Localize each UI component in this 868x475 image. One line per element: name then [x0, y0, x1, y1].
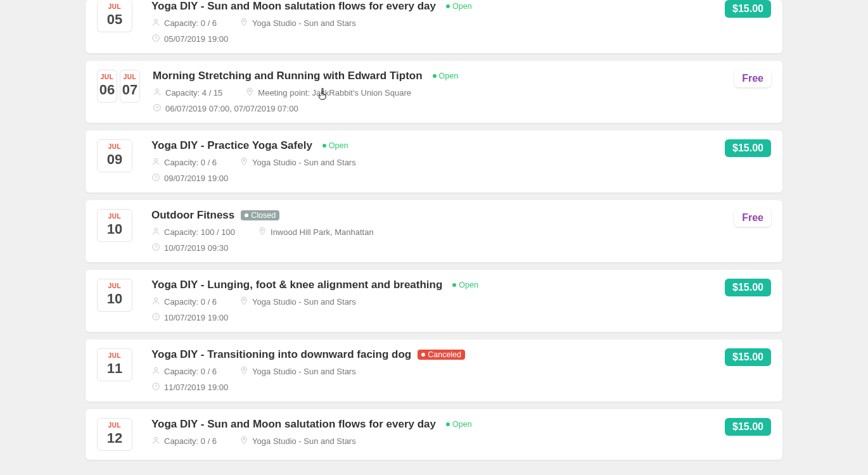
person-icon [151, 157, 160, 168]
date-day: 10 [98, 221, 132, 238]
status-dot-icon [421, 353, 425, 357]
location-text: Yoga Studio - Sun and Stars [252, 18, 356, 28]
event-list: JUL05Yoga DIY - Sun and Moon salutation … [86, 0, 782, 475]
capacity-item: Capacity: 4 / 15 [153, 87, 222, 98]
event-title[interactable]: Morning Stretching and Running with Edwa… [153, 70, 423, 82]
location-item: Meeting point: JackRabbit's Union Square [245, 87, 411, 98]
clock-icon [151, 34, 160, 44]
date-day: 09 [98, 151, 132, 168]
meta-row: Capacity: 0 / 6Yoga Studio - Sun and Sta… [151, 296, 712, 307]
status-badge: Open [319, 141, 352, 151]
status-badge: Open [429, 71, 463, 81]
status-text: Open [452, 2, 472, 11]
pin-icon [245, 87, 254, 98]
date-column: JUL06JUL07 [97, 70, 140, 103]
meta-row: Capacity: 0 / 6Yoga Studio - Sun and Sta… [151, 157, 712, 168]
status-text: Open [459, 281, 478, 289]
price-badge: Free [734, 70, 771, 87]
datetime-item: 10/07/2019 19:00 [151, 312, 228, 323]
status-dot-icon [322, 144, 326, 148]
event-card[interactable]: JUL12Yoga DIY - Sun and Moon salutation … [86, 409, 782, 460]
price-column: $15.00 [725, 139, 771, 157]
capacity-item: Capacity: 0 / 6 [151, 296, 217, 307]
datetime-text: 10/07/2019 09:30 [164, 243, 228, 253]
date-column: JUL10 [97, 279, 139, 312]
meta-row: Capacity: 0 / 6Yoga Studio - Sun and Sta… [151, 18, 712, 28]
event-content: Morning Stretching and Running with Edwa… [153, 70, 722, 114]
status-dot-icon [446, 4, 450, 8]
price-column: $15.00 [725, 418, 771, 436]
location-item: Inwood Hill Park, Manhattan [258, 227, 374, 238]
svg-point-12 [155, 298, 158, 301]
clock-icon [151, 243, 160, 253]
event-title[interactable]: Outdoor Fitness [151, 209, 234, 222]
event-card[interactable]: JUL10Yoga DIY - Lunging, foot & knee ali… [86, 270, 782, 332]
date-column: JUL10 [97, 209, 139, 242]
datetime-item: 09/07/2019 19:00 [151, 173, 228, 184]
clock-icon [151, 382, 160, 393]
capacity-text: Capacity: 4 / 15 [165, 88, 222, 98]
price-column: $15.00 [725, 348, 771, 366]
datetime-item: 11/07/2019 19:00 [151, 382, 228, 393]
location-item: Yoga Studio - Sun and Stars [239, 157, 356, 168]
event-content: Outdoor FitnessClosedCapacity: 100 / 100… [151, 209, 722, 253]
event-title[interactable]: Yoga DIY - Sun and Moon salutation flows… [151, 0, 436, 13]
location-item: Yoga Studio - Sun and Stars [239, 436, 356, 446]
status-badge: Canceled [418, 350, 465, 360]
status-badge: Open [442, 419, 476, 429]
event-content: Yoga DIY - Sun and Moon salutation flows… [151, 0, 712, 44]
capacity-item: Capacity: 100 / 100 [151, 227, 235, 238]
event-card[interactable]: JUL09Yoga DIY - Practice Yoga SafelyOpen… [86, 130, 782, 193]
event-card[interactable]: JUL11Yoga DIY - Transitioning into downw… [86, 339, 782, 402]
date-column: JUL09 [97, 139, 139, 172]
date-month: JUL [98, 282, 132, 289]
datetime-text: 09/07/2019 19:00 [164, 174, 228, 183]
date-month: JUL [98, 422, 132, 429]
status-dot-icon [433, 74, 437, 78]
title-row: Yoga DIY - Practice Yoga SafelyOpen [151, 139, 712, 152]
event-card[interactable]: JUL10Outdoor FitnessClosedCapacity: 100 … [86, 200, 782, 262]
price-badge: $15.00 [725, 139, 771, 157]
person-icon [151, 366, 160, 377]
date-month: JUL [98, 3, 132, 10]
event-title[interactable]: Yoga DIY - Sun and Moon salutation flows… [151, 418, 436, 431]
capacity-text: Capacity: 0 / 6 [164, 158, 217, 167]
date-day: 05 [98, 11, 132, 28]
meta-row: 10/07/2019 09:30 [151, 243, 722, 253]
date-day: 10 [98, 291, 132, 307]
date-day: 11 [98, 360, 132, 377]
datetime-text: 05/07/2019 19:00 [164, 34, 228, 44]
date-column: JUL12 [97, 418, 139, 451]
location-text: Yoga Studio - Sun and Stars [252, 367, 356, 376]
location-item: Yoga Studio - Sun and Stars [239, 18, 356, 28]
event-card[interactable]: JUL06JUL07Morning Stretching and Running… [86, 61, 782, 123]
price-column: Free [734, 209, 771, 227]
price-badge: $15.00 [725, 418, 771, 436]
meta-row: 09/07/2019 19:00 [151, 173, 712, 184]
pin-icon [239, 18, 248, 28]
pin-icon [239, 157, 248, 168]
location-text: Yoga Studio - Sun and Stars [252, 436, 356, 446]
event-title[interactable]: Yoga DIY - Transitioning into downward f… [151, 348, 411, 361]
date-box: JUL11 [97, 348, 132, 381]
event-content: Yoga DIY - Lunging, foot & knee alignmen… [151, 279, 712, 323]
event-card[interactable]: JUL05Yoga DIY - Sun and Moon salutation … [86, 0, 782, 53]
price-column: $15.00 [725, 0, 771, 18]
clock-icon [153, 103, 162, 114]
date-box: JUL10 [97, 209, 132, 242]
title-row: Yoga DIY - Lunging, foot & knee alignmen… [151, 279, 712, 291]
event-title[interactable]: Yoga DIY - Practice Yoga Safely [151, 139, 312, 152]
price-badge: $15.00 [725, 0, 771, 18]
svg-point-13 [243, 299, 245, 301]
status-badge: Closed [241, 210, 279, 220]
event-title[interactable]: Yoga DIY - Lunging, foot & knee alignmen… [151, 279, 442, 291]
meta-row: 05/07/2019 19:00 [151, 34, 712, 44]
location-text: Yoga Studio - Sun and Stars [252, 297, 356, 307]
status-text: Open [439, 72, 459, 80]
capacity-item: Capacity: 0 / 6 [151, 436, 217, 446]
capacity-item: Capacity: 0 / 6 [151, 18, 217, 28]
svg-point-19 [243, 438, 245, 440]
svg-point-7 [243, 160, 245, 162]
date-day: 12 [98, 430, 132, 446]
pin-icon [239, 296, 248, 307]
